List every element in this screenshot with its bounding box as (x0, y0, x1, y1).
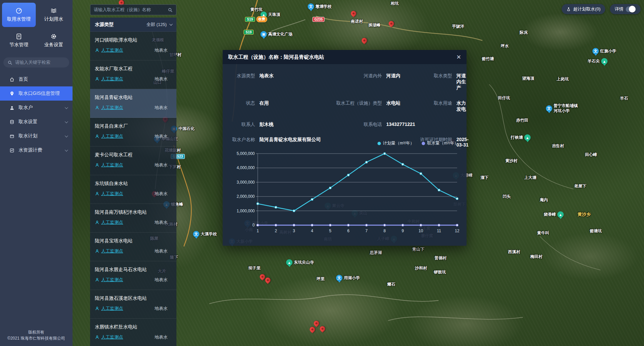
station-list-item[interactable]: 陆河县宝塔水电站人工监测点地表水 (90, 233, 176, 261)
station-meta: 人工监测点地表水 (95, 219, 172, 225)
station-list-item[interactable]: 麦卡公司取水工程人工监测点地表水 (90, 147, 176, 175)
station-list-item[interactable]: 友能水厂取水工程人工监测点地表水 (90, 60, 176, 89)
water-source-type: 地表水 (155, 76, 168, 82)
svg-text:2: 2 (275, 229, 277, 233)
manual-monitor-link[interactable]: 人工监测点 (95, 162, 123, 168)
manual-monitor-link[interactable]: 人工监测点 (95, 277, 123, 283)
chart-legend: 计划量（m³/年）取水量（m³/年） (229, 140, 460, 146)
legend-item[interactable]: 计划量（m³/年） (377, 140, 414, 146)
map-label: 箭塘坑 (590, 228, 602, 234)
station-list-item[interactable]: 陆河县自来水厂人工监测点地表水 (90, 118, 176, 147)
svg-text:3,000,000: 3,000,000 (237, 180, 255, 185)
manual-monitor-link[interactable]: 人工监测点 (95, 133, 123, 139)
map-label: 际况 (520, 30, 528, 35)
station-list-item[interactable]: 水唇镇水栏肚水电站人工监测点地表水 (90, 319, 176, 346)
station-list-item[interactable]: 东坑镇自来水站人工监测点地表水 (90, 175, 176, 204)
station-meta: 人工监测点地表水 (95, 47, 172, 53)
station-meta: 人工监测点地表水 (95, 105, 172, 111)
map-label: 坪里 (316, 276, 325, 282)
sidebar-item-gis-management[interactable]: 取水口GIS信息管理 (0, 86, 73, 101)
legend-item[interactable]: 取水量（m³/年） (422, 140, 458, 146)
sidebar: 取用水管理 计划用水 节水管理 业务设置 请输入关键字检索 首页 (0, 0, 73, 346)
field-label: 取水用途 (414, 100, 452, 106)
sidebar-item-intake-settings[interactable]: 取水设置 (0, 115, 73, 129)
modal-fields: 水源类型 地表水 河道内外 河道内 取水类型 河道内生产 状态 在用 取水工程（… (223, 64, 467, 148)
tile-business-settings[interactable]: 业务设置 (37, 28, 71, 53)
station-list-item[interactable]: 陆河县激石溪老区水电站人工监测点地表水 (90, 290, 176, 319)
tile-planned-water-use[interactable]: 计划用水 (37, 3, 71, 27)
detail-toggle-pill: 详情 (610, 4, 641, 14)
red-map-pin-icon[interactable] (361, 37, 368, 45)
station-list-item[interactable]: 陆河县青碇水电站人工监测点地表水 (90, 89, 176, 118)
manual-monitor-link[interactable]: 人工监测点 (95, 219, 123, 225)
map-label: 青山下 (412, 246, 424, 252)
temple-marker-icon: ▲ (286, 259, 292, 266)
map-label: 溜下 (480, 175, 488, 181)
red-map-pin-icon[interactable] (313, 320, 320, 327)
station-search-input[interactable]: 请输入取水工程（设施）名称 (90, 4, 176, 15)
svg-text:8: 8 (384, 229, 386, 233)
station-name: 东坑镇自来水站 (95, 181, 172, 187)
water-source-type: 地表水 (155, 133, 168, 139)
red-map-pin-icon[interactable] (319, 325, 327, 333)
database-icon (9, 119, 15, 125)
card-icon (9, 134, 15, 139)
user-icon (9, 105, 15, 110)
sidebar-item-intake-plan[interactable]: 取水计划 (0, 129, 73, 143)
map-label: ▲东坑尖山寺 (286, 259, 314, 266)
sidebar-item-water-users[interactable]: 取水户 (0, 101, 73, 115)
station-list-item[interactable]: 河口镇唱歌潭水电站人工监测点地表水 (90, 32, 176, 60)
sidebar-item-water-billing[interactable]: 水资源计费 (0, 143, 73, 157)
station-name: 友能水厂取水工程 (95, 66, 172, 72)
school-marker-icon: 文 (546, 105, 552, 112)
over-plan-intake-button[interactable]: 超计划取水(0) (562, 4, 605, 14)
manual-monitor-link[interactable]: 人工监测点 (95, 305, 123, 312)
station-list-item[interactable]: 陆河县南万镇杞洋水电站人工监测点地表水 (90, 204, 176, 233)
red-map-pin-icon[interactable] (388, 20, 395, 28)
manual-monitor-link[interactable]: 人工监测点 (95, 248, 123, 254)
water-source-type: 地表水 (155, 47, 168, 53)
close-icon[interactable]: ✕ (456, 54, 461, 60)
person-icon (95, 48, 100, 53)
filter-label: 水源类型 (95, 22, 114, 28)
tile-water-saving-management[interactable]: 节水管理 (2, 28, 36, 53)
sidebar-search-input[interactable]: 请输入关键字检索 (3, 57, 69, 68)
field-label: 状态 (229, 100, 255, 106)
svg-text:10: 10 (419, 229, 423, 233)
station-list-item[interactable]: 陆河县水唇走马石水电站人工监测点地表水 (90, 261, 176, 290)
tile-label: 节水管理 (9, 42, 28, 48)
intake-chart: 计划量（m³/年）取水量（m³/年） 01,000,0002,000,0003,… (229, 140, 460, 237)
map-label: 文用湖小学 (336, 275, 360, 281)
menu-label: 首页 (19, 76, 28, 82)
manual-monitor-link[interactable]: 人工监测点 (95, 191, 123, 197)
map-label: 梅田村 (530, 254, 542, 260)
field-value: 地表水 (255, 73, 312, 79)
manual-monitor-link[interactable]: 人工监测点 (95, 334, 123, 340)
map-label: 思茅湖 (370, 250, 382, 256)
svg-text:4,000,000: 4,000,000 (237, 165, 255, 170)
filter-value-dropdown[interactable]: 全部 (125) (146, 22, 172, 28)
map-label: 芋陂洋 (452, 24, 464, 29)
manual-monitor-link[interactable]: 人工监测点 (95, 76, 123, 82)
waves-icon (50, 7, 57, 14)
station-search-placeholder: 请输入取水工程（设施）名称 (94, 7, 168, 13)
sidebar-item-home[interactable]: 首页 (0, 72, 73, 86)
station-panel: 水源类型 全部 (125) 河口镇唱歌潭水电站人工监测点地表水友能水厂取水工程人… (90, 18, 176, 346)
person-icon (95, 105, 100, 110)
manual-monitor-link[interactable]: 人工监测点 (95, 105, 123, 111)
person-icon (95, 249, 100, 254)
red-map-pin-icon[interactable] (350, 10, 358, 18)
map-label: 普德村 (435, 255, 447, 261)
detail-toggle-switch[interactable] (626, 6, 636, 12)
manual-monitor-link[interactable]: 人工监测点 (95, 47, 123, 53)
tile-water-intake-management[interactable]: 取用水管理 (2, 3, 36, 27)
svg-text:1,000,000: 1,000,000 (237, 209, 255, 213)
field-value: 13432771221 (382, 122, 414, 127)
mountain-marker-icon: ▲ (524, 134, 531, 141)
red-map-pin-icon[interactable] (309, 326, 316, 334)
map-label: 羊石尖▲ (588, 58, 608, 64)
map-label: 文红旗小学 (592, 48, 616, 54)
station-meta: 人工监测点地表水 (95, 305, 172, 312)
station-list[interactable]: 河口镇唱歌潭水电站人工监测点地表水友能水厂取水工程人工监测点地表水陆河县青碇水电… (90, 32, 176, 346)
map-label: 羊石 (620, 96, 628, 101)
